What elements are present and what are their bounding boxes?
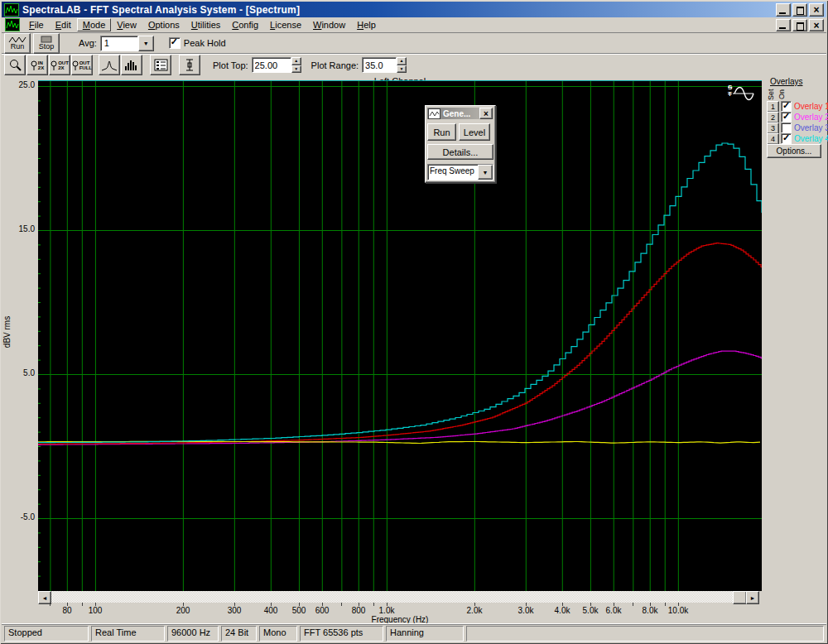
x-tick-label: 100 (89, 606, 103, 615)
y-tick-label: 5.0 (0, 368, 35, 377)
arrow-right-icon: ► (750, 595, 756, 601)
mdi-minimize-button[interactable] (776, 19, 791, 31)
spin-down-icon[interactable]: ▼ (397, 65, 407, 74)
toolbar-zoom: IN2X OUT2X OUTFULL Plot (2, 55, 826, 75)
bar-spectrum-view-button[interactable] (121, 55, 142, 75)
spin-down-icon[interactable]: ▼ (291, 65, 301, 74)
menu-item-view[interactable]: View (111, 18, 142, 31)
overlay-row: 4✓Overlay 4 (767, 133, 828, 144)
x-tick-label: 1.0k (379, 606, 395, 615)
x-tick-label: 400 (264, 606, 278, 615)
zoom-out-2x-button[interactable]: OUT2X (49, 55, 70, 75)
overlay-row: 3Overlay 3 (767, 123, 828, 133)
overlay-set-button-1[interactable]: 1 (767, 101, 779, 113)
arrow-left-icon: ◄ (42, 595, 48, 601)
avg-combobox[interactable]: 1 ▼ (100, 36, 154, 51)
spin-up-icon[interactable]: ▲ (397, 57, 407, 65)
overlays-options-button[interactable]: Options... (767, 144, 821, 158)
bar-chart-icon (124, 59, 139, 71)
run-button[interactable]: Run (4, 33, 31, 54)
menu-item-file[interactable]: File (23, 18, 50, 31)
minimize-icon (779, 27, 786, 29)
zoom-button[interactable] (4, 55, 26, 75)
menu-item-config[interactable]: Config (226, 18, 264, 31)
check-icon: ✓ (782, 132, 790, 143)
details-view-button[interactable] (150, 55, 171, 75)
overlays-set-column-label: Set (767, 84, 775, 100)
run-button-label: Run (11, 43, 25, 50)
generator-run-button[interactable]: Run (427, 123, 456, 141)
menu-item-utilities[interactable]: Utilities (185, 18, 226, 31)
check-icon: ✓ (782, 111, 790, 122)
mdi-close-button[interactable]: × (809, 19, 824, 31)
peak-curve-view-button[interactable] (99, 55, 120, 75)
x-tick-label: 800 (352, 606, 366, 615)
chevron-down-icon: ▼ (143, 41, 149, 46)
spectrum-logo-icon: ST (728, 84, 754, 103)
spin-up-icon[interactable]: ▲ (291, 57, 301, 65)
zoom-in-2x-button[interactable]: IN2X (26, 55, 48, 75)
plot-range-spinner[interactable]: ▲ ▼ (397, 57, 407, 73)
overlay-row: 1✓Overlay 1 (767, 101, 828, 112)
x-tick-label: 3.0k (518, 606, 534, 615)
stop-button[interactable]: Stop (33, 33, 60, 54)
series-overlay-1 (38, 243, 762, 445)
plot-hscrollbar[interactable]: ◄ ► (38, 591, 759, 603)
menu-item-license[interactable]: License (264, 18, 307, 31)
y-tick-label: -5.0 (0, 512, 35, 521)
check-icon: ✓ (782, 100, 790, 111)
zoom-out-full-button[interactable]: OUTFULL (71, 55, 93, 75)
overlay-label-2: Overlay 2 (794, 113, 828, 122)
marker-button[interactable] (179, 55, 200, 75)
list-icon (154, 59, 168, 71)
overlay-set-button-3[interactable]: 3 (767, 123, 779, 134)
peak-hold-control[interactable]: ✓ Peak Hold (169, 37, 229, 49)
close-button[interactable]: × (809, 3, 824, 17)
menu-item-help[interactable]: Help (351, 18, 382, 31)
plot-range-input[interactable] (362, 57, 397, 73)
menu-item-mode[interactable]: Mode (77, 18, 112, 31)
generator-dialog: Gene... × Run Level Details... Freq Swee… (425, 105, 496, 183)
plot-top-spinner[interactable]: ▲ ▼ (291, 57, 301, 73)
x-tick-label: 500 (292, 606, 306, 615)
generator-signal-combobox[interactable]: Freq Sweep ▼ (427, 164, 493, 180)
generator-title: Gene... (443, 109, 479, 118)
menu-item-options[interactable]: Options (142, 18, 185, 31)
menu-item-edit[interactable]: Edit (50, 18, 77, 31)
document-icon[interactable] (5, 18, 20, 31)
peak-curve-icon (101, 59, 118, 72)
generator-icon (428, 108, 440, 119)
y-tick-label: 25.0 (0, 80, 35, 89)
mdi-restore-button[interactable] (792, 19, 807, 31)
overlay-on-checkbox-4[interactable]: ✓ (781, 133, 792, 144)
peak-hold-checkbox[interactable]: ✓ (169, 37, 181, 49)
generator-signal-value: Freq Sweep (428, 165, 478, 180)
x-tick-label: 8.0k (643, 606, 658, 615)
plot-top-input[interactable] (252, 57, 291, 73)
restore-icon (797, 22, 804, 31)
overlay-set-button-4[interactable]: 4 (767, 133, 779, 145)
series-overlay-2 (38, 351, 762, 445)
x-tick-label: 5.0k (583, 606, 599, 615)
overlay-on-checkbox-2[interactable]: ✓ (781, 112, 792, 123)
avg-label: Avg: (79, 38, 97, 48)
menu-bar: FileEditModeViewOptionsUtilitiesConfigLi… (2, 17, 826, 33)
overlay-set-button-2[interactable]: 2 (767, 112, 779, 123)
application-window: SpectraLAB - FFT Spectral Analysis Syste… (0, 0, 828, 644)
generator-title-bar[interactable]: Gene... × (427, 108, 493, 119)
close-icon: × (813, 21, 819, 31)
plot-range-label: Plot Range: (311, 60, 359, 70)
x-tick-label: 80 (62, 606, 71, 615)
toolbar-transport: Run Stop Avg: 1 ▼ ✓ Peak Hold (2, 33, 826, 54)
minimize-button[interactable] (776, 3, 791, 17)
restore-button[interactable] (792, 3, 807, 17)
generator-close-button[interactable]: × (479, 108, 493, 119)
generator-level-button[interactable]: Level (459, 123, 490, 141)
window-title: SpectraLAB - FFT Spectral Analysis Syste… (22, 4, 300, 16)
status-panel: Stopped (4, 626, 89, 642)
menu-item-window[interactable]: Window (307, 18, 351, 31)
avg-dropdown-button[interactable]: ▼ (138, 36, 154, 51)
generator-details-button[interactable]: Details... (427, 144, 493, 160)
spectrum-plot[interactable] (38, 80, 762, 591)
generator-signal-dropdown[interactable]: ▼ (478, 165, 493, 180)
